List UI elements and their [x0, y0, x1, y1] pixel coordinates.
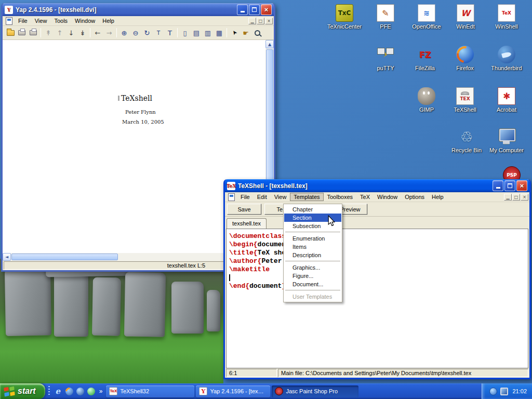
last-page-icon[interactable]: ↡	[77, 28, 88, 38]
continuous-view-icon[interactable]: ▥	[202, 28, 214, 38]
templates-menu-item-description[interactable]: Description	[284, 251, 341, 259]
minimize-button[interactable]	[237, 4, 248, 15]
yap-app-icon: Y	[5, 6, 13, 14]
horizontal-scroll-thumb[interactable]	[11, 254, 118, 260]
taskbar-clock[interactable]: 21:02	[512, 388, 527, 394]
close-button[interactable]: ×	[261, 4, 272, 15]
taskbar-task-texshell32[interactable]: TeXTeXShell32	[106, 385, 194, 397]
zoom-out-icon[interactable]: ⊖	[130, 28, 141, 38]
vertical-scroll-thumb[interactable]	[266, 49, 273, 180]
taskbar-task-yap-2-4-1596-texs[interactable]: YYap 2.4.1596 - [texs...	[196, 385, 270, 397]
desktop-icon-winshell[interactable]: TeXWinShell	[486, 4, 527, 30]
desktop-icon-filezilla[interactable]: FZFileZilla	[405, 46, 445, 71]
print-range-icon[interactable]	[28, 28, 39, 38]
menu-view[interactable]: View	[271, 193, 290, 201]
menu-templates[interactable]: Templates	[290, 193, 323, 201]
desktop-icon-recyclebin[interactable]: ♲Recycle Bin	[446, 128, 487, 153]
single-page-view-icon[interactable]: ▯	[179, 28, 191, 38]
magnifier-icon[interactable]	[251, 28, 263, 38]
texshell-menu-items: FileEditViewTemplatesToolboxesTeXWindowO…	[237, 193, 447, 201]
print-icon[interactable]	[16, 28, 28, 38]
smaller-text-icon[interactable]: T	[153, 28, 164, 38]
desktop-icon-openoffice[interactable]: ≋OpenOffice	[406, 4, 447, 30]
desktop-icon-label: Recycle Bin	[446, 147, 487, 153]
minimize-button[interactable]	[493, 180, 503, 191]
tray-display-icon[interactable]	[500, 388, 508, 395]
child-minimize-button[interactable]: ▁	[248, 18, 256, 24]
desktop-icon-firefox[interactable]: Firefox	[445, 46, 485, 71]
templates-menu-item-enumeration[interactable]: Enumeration	[284, 234, 341, 243]
overflow-chevron-icon[interactable]: »	[99, 388, 103, 395]
templates-menu-item-items[interactable]: Items	[284, 243, 341, 251]
firefox-quick-icon[interactable]	[65, 388, 73, 395]
texshell-titlebar[interactable]: TeX TeXShell - [texshell.tex] ×	[225, 179, 529, 192]
open-icon[interactable]	[5, 28, 16, 38]
scroll-up-button[interactable]: ▲	[265, 40, 274, 48]
start-label: start	[18, 387, 36, 396]
tray-network-icon[interactable]	[489, 388, 497, 395]
templates-menu-item-document[interactable]: Document...	[284, 280, 341, 288]
desktop-icon-label: FileZilla	[405, 65, 445, 71]
desktop-icon-mycomputer[interactable]: My Computer	[486, 128, 527, 153]
start-button[interactable]: start	[0, 383, 45, 399]
child-close-button[interactable]: ×	[265, 18, 273, 24]
maximize-button[interactable]	[249, 4, 260, 15]
desktop-icon-acrobat[interactable]: ✱Acrobat	[486, 87, 527, 113]
menu-tools[interactable]: Tools	[50, 17, 71, 25]
menu-file[interactable]: File	[15, 17, 31, 25]
hand-tool-icon[interactable]: ☛	[240, 28, 251, 38]
desktop-icon-texniccenter[interactable]: TxCTeXnicCenter	[324, 4, 365, 30]
zoom-in-icon[interactable]: ⊕	[118, 28, 130, 38]
menu-window[interactable]: Window	[71, 17, 99, 25]
prev-page-icon[interactable]: ↑	[54, 28, 65, 38]
back-icon[interactable]: ←	[92, 28, 103, 38]
desktop-icon-winedt[interactable]: WWinEdt	[445, 4, 486, 30]
scroll-left-button[interactable]: ◄	[3, 253, 11, 261]
desktop-icon-thunderbird[interactable]: Thunderbird	[486, 46, 527, 71]
toolbar-grip[interactable]	[48, 386, 50, 396]
child-close-button[interactable]: ×	[521, 194, 528, 201]
yap-titlebar[interactable]: Y Yap 2.4.1596 - [texshell.dvi] ×	[3, 3, 274, 16]
next-page-icon[interactable]: ↓	[65, 28, 77, 38]
menu-tex[interactable]: TeX	[356, 193, 374, 201]
texshell-editor[interactable]: \documentclass{\begin{document\title{TeX…	[226, 229, 528, 368]
stonehenge-photo	[0, 259, 223, 384]
maximize-button[interactable]	[504, 180, 515, 191]
firefox-icon	[456, 46, 474, 63]
desktop-icon-gimp[interactable]: GIMP	[406, 87, 447, 113]
menu-window[interactable]: Window	[374, 193, 401, 201]
menu-edit[interactable]: Edit	[254, 193, 271, 201]
menu-help[interactable]: Help	[99, 17, 118, 25]
desktop-icon-texshell[interactable]: TEXTeXShell	[445, 87, 485, 113]
larger-text-icon[interactable]: T	[164, 28, 176, 38]
forward-icon[interactable]: →	[103, 28, 115, 38]
pfe-icon: ✎	[377, 4, 394, 22]
menu-view[interactable]: View	[31, 17, 51, 25]
page-layout-icon[interactable]: ▤	[191, 28, 202, 38]
templates-menu-item-figure[interactable]: Figure...	[284, 272, 341, 280]
menu-options[interactable]: Options	[401, 193, 428, 201]
tab-texshell-tex[interactable]: texshell.tex	[227, 218, 267, 229]
desktop-icon-pfe[interactable]: ✎PFE	[365, 4, 406, 30]
menu-toolboxes[interactable]: Toolboxes	[324, 193, 357, 201]
winshell-icon: TeX	[498, 4, 515, 22]
taskbar-task-jasc-paint-shop-pro[interactable]: Jasc Paint Shop Pro	[272, 385, 358, 397]
desktop-icon-label: Thunderbird	[486, 65, 527, 71]
messenger-quick-icon[interactable]	[87, 388, 95, 395]
menu-file[interactable]: File	[237, 193, 254, 201]
save-button[interactable]: Save	[227, 204, 261, 215]
child-minimize-button[interactable]: ▁	[504, 194, 512, 201]
grid-view-icon[interactable]: ▦	[214, 28, 225, 38]
desktop-icon-putty[interactable]: ⚡puTTY	[365, 46, 406, 71]
child-restore-button[interactable]: □	[512, 194, 520, 201]
refresh-icon[interactable]: ↻	[141, 28, 153, 38]
templates-menu-item-chapter[interactable]: Chapter	[284, 205, 341, 214]
close-button[interactable]: ×	[516, 180, 527, 191]
toolbar-separator	[227, 28, 227, 37]
child-restore-button[interactable]: □	[257, 18, 264, 24]
thunderbird-quick-icon[interactable]	[76, 388, 84, 395]
menu-help[interactable]: Help	[428, 193, 447, 201]
templates-menu-item-graphics[interactable]: Graphics...	[284, 263, 341, 272]
internet-explorer-icon[interactable]: e	[54, 387, 62, 396]
first-page-icon[interactable]: ↟	[43, 28, 54, 38]
